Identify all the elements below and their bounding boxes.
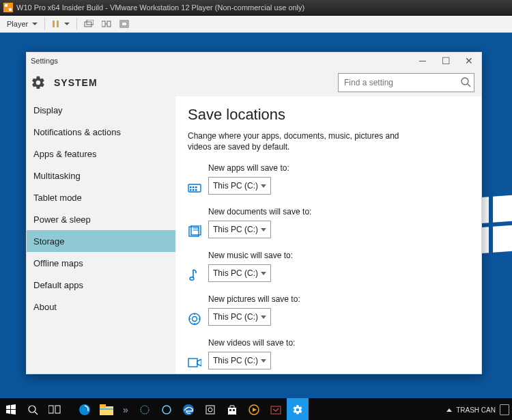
toolbar-separator xyxy=(76,18,77,30)
svg-point-29 xyxy=(194,323,195,324)
chevron-down-icon xyxy=(261,316,266,319)
svg-point-41 xyxy=(141,406,149,414)
player-menu-label: Player xyxy=(7,20,28,28)
dropdown-value: This PC (C:) xyxy=(213,356,258,365)
save-location-label: New documents will save to: xyxy=(208,207,311,216)
store-button[interactable] xyxy=(221,398,243,420)
svg-rect-2 xyxy=(9,8,12,11)
sidebar-item-power-sleep[interactable]: Power & sleep xyxy=(27,208,175,230)
settings-sidebar: DisplayNotifications & actionsApps & fea… xyxy=(27,96,175,374)
chevron-down-icon xyxy=(261,272,266,275)
svg-rect-16 xyxy=(193,186,195,188)
edge-button[interactable] xyxy=(177,398,199,420)
sidebar-item-display[interactable]: Display xyxy=(27,99,175,121)
save-location-label: New music will save to: xyxy=(208,251,293,260)
save-location-dropdown[interactable]: This PC (C:) xyxy=(208,264,271,282)
svg-point-27 xyxy=(193,317,197,322)
dropdown-value: This PC (C:) xyxy=(213,225,258,234)
svg-rect-11 xyxy=(122,22,127,26)
svg-point-33 xyxy=(29,406,35,412)
unity-button[interactable] xyxy=(98,16,115,31)
music-icon xyxy=(188,268,201,282)
sidebar-item-default-apps[interactable]: Default apps xyxy=(27,274,175,296)
svg-rect-17 xyxy=(195,186,197,188)
save-location-label: New pictures will save to: xyxy=(208,294,300,304)
fullscreen-button[interactable] xyxy=(115,16,133,31)
search-icon xyxy=(460,76,471,89)
taskbar-app-3[interactable] xyxy=(134,398,156,420)
svg-point-12 xyxy=(461,78,468,85)
chevron-down-icon xyxy=(261,184,266,188)
vmware-toolbar: Player xyxy=(0,16,512,33)
svg-point-30 xyxy=(189,318,190,320)
taskbar-app-1[interactable] xyxy=(74,398,96,420)
chevron-down-icon xyxy=(261,228,266,232)
toolbar-separator xyxy=(44,18,45,30)
vmware-title-text: W10 Pro x64 Insider Build - VMware Works… xyxy=(16,3,304,12)
save-location-dropdown[interactable]: This PC (C:) xyxy=(208,352,271,369)
taskbar-app-4[interactable] xyxy=(199,398,221,420)
sidebar-item-apps-features[interactable]: Apps & features xyxy=(27,143,175,165)
svg-rect-4 xyxy=(57,20,59,27)
sidebar-item-tablet-mode[interactable]: Tablet mode xyxy=(27,186,175,208)
svg-point-25 xyxy=(190,277,194,280)
docs-icon xyxy=(188,225,201,238)
player-menu-button[interactable]: Player xyxy=(3,16,42,31)
save-location-dropdown[interactable]: This PC (C:) xyxy=(208,177,271,195)
close-button[interactable]: ✕ xyxy=(461,55,477,66)
start-button[interactable] xyxy=(0,398,22,420)
sidebar-item-multitasking[interactable]: Multitasking xyxy=(27,165,175,186)
gear-icon xyxy=(31,75,46,90)
svg-line-13 xyxy=(468,84,470,87)
video-icon xyxy=(188,356,201,369)
save-location-row: New pictures will save to:This PC (C:) xyxy=(188,294,469,326)
svg-rect-15 xyxy=(190,186,192,188)
sidebar-item-storage[interactable]: Storage xyxy=(27,230,175,252)
action-center-icon[interactable] xyxy=(500,404,509,415)
taskbar-chevron[interactable]: » xyxy=(117,398,134,420)
save-location-dropdown[interactable]: This PC (C:) xyxy=(208,308,271,326)
pause-button[interactable] xyxy=(48,16,74,31)
sidebar-item-offline-maps[interactable]: Offline maps xyxy=(27,252,175,274)
minimize-button[interactable]: ─ xyxy=(414,55,431,66)
tray-overflow-icon[interactable] xyxy=(446,408,452,412)
save-location-row: New music will save to:This PC (C:) xyxy=(188,251,469,282)
file-explorer-button[interactable] xyxy=(96,398,117,420)
settings-content: Save locations Change where your apps, d… xyxy=(175,96,481,374)
dropdown-value: This PC (C:) xyxy=(213,268,258,278)
page-subtitle: Change where your apps, documents, music… xyxy=(188,130,406,152)
tray-label: TRASH CAN xyxy=(456,406,496,414)
taskbar-app-cortana[interactable] xyxy=(156,398,177,420)
save-location-dropdown[interactable]: This PC (C:) xyxy=(208,221,271,238)
send-ctrl-alt-del-button[interactable] xyxy=(80,16,98,31)
sidebar-item-about[interactable]: About xyxy=(27,296,175,318)
settings-search[interactable] xyxy=(338,73,474,92)
save-location-row: New videos will save to:This PC (C:) xyxy=(188,338,469,369)
settings-header-text: SYSTEM xyxy=(54,77,98,88)
settings-window: Settings ─ ☐ ✕ SYSTEM DisplayNoti xyxy=(26,52,482,374)
system-tray[interactable]: TRASH CAN xyxy=(446,404,512,415)
page-heading: Save locations xyxy=(188,106,469,124)
svg-rect-44 xyxy=(206,406,214,414)
sidebar-item-notifications-actions[interactable]: Notifications & actions xyxy=(27,121,175,143)
search-input[interactable] xyxy=(339,74,474,92)
svg-rect-3 xyxy=(53,20,55,27)
settings-titlebar[interactable]: Settings ─ ☐ ✕ xyxy=(27,53,481,69)
task-view-button[interactable] xyxy=(44,398,66,420)
save-location-label: New apps will save to: xyxy=(208,163,289,173)
svg-rect-32 xyxy=(188,359,197,367)
settings-title-text: Settings xyxy=(31,57,58,65)
svg-point-31 xyxy=(199,318,200,320)
svg-rect-20 xyxy=(195,189,197,191)
taskbar-app-6[interactable] xyxy=(265,398,287,420)
taskbar-app-5[interactable] xyxy=(243,398,265,420)
svg-rect-40 xyxy=(100,408,113,410)
svg-point-28 xyxy=(194,313,195,315)
settings-taskbar-button[interactable] xyxy=(287,398,309,420)
windows-taskbar: » TRASH CAN xyxy=(0,398,512,420)
maximize-button[interactable]: ☐ xyxy=(438,55,454,66)
svg-rect-46 xyxy=(228,408,236,415)
search-button[interactable] xyxy=(22,398,44,420)
svg-rect-35 xyxy=(48,406,53,413)
svg-point-26 xyxy=(189,313,200,324)
